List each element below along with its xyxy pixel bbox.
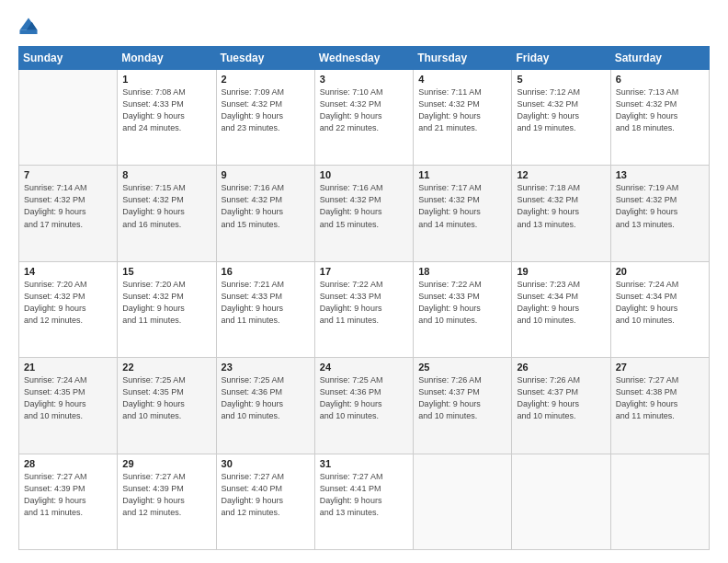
day-info: Sunrise: 7:09 AM Sunset: 4:32 PM Dayligh…: [222, 86, 310, 134]
day-info: Sunrise: 7:13 AM Sunset: 4:32 PM Dayligh…: [616, 86, 704, 134]
day-info: Sunrise: 7:25 AM Sunset: 4:36 PM Dayligh…: [320, 374, 408, 422]
day-number: 19: [517, 266, 605, 277]
calendar-cell: 12Sunrise: 7:18 AM Sunset: 4:32 PM Dayli…: [512, 166, 610, 261]
calendar-cell: 15Sunrise: 7:20 AM Sunset: 4:32 PM Dayli…: [118, 261, 216, 357]
logo: [18, 17, 42, 37]
day-number: 10: [320, 169, 408, 180]
day-number: 17: [320, 266, 408, 277]
calendar-cell: 11Sunrise: 7:17 AM Sunset: 4:32 PM Dayli…: [414, 166, 512, 261]
day-number: 1: [122, 74, 210, 85]
day-number: 25: [418, 362, 506, 373]
calendar-week-row: 14Sunrise: 7:20 AM Sunset: 4:32 PM Dayli…: [19, 261, 710, 357]
day-info: Sunrise: 7:14 AM Sunset: 4:32 PM Dayligh…: [24, 182, 112, 230]
calendar-cell: 18Sunrise: 7:22 AM Sunset: 4:33 PM Dayli…: [414, 261, 512, 357]
day-info: Sunrise: 7:27 AM Sunset: 4:39 PM Dayligh…: [122, 471, 210, 519]
day-info: Sunrise: 7:19 AM Sunset: 4:32 PM Dayligh…: [616, 182, 704, 230]
day-number: 7: [24, 169, 112, 180]
calendar-cell: [19, 70, 118, 166]
calendar-cell: 23Sunrise: 7:25 AM Sunset: 4:36 PM Dayli…: [216, 358, 314, 454]
day-info: Sunrise: 7:26 AM Sunset: 4:37 PM Dayligh…: [517, 374, 605, 422]
day-info: Sunrise: 7:27 AM Sunset: 4:41 PM Dayligh…: [320, 471, 408, 519]
calendar-table: SundayMondayTuesdayWednesdayThursdayFrid…: [18, 46, 710, 550]
day-info: Sunrise: 7:20 AM Sunset: 4:32 PM Dayligh…: [122, 279, 210, 327]
day-number: 21: [24, 362, 112, 373]
calendar-cell: 8Sunrise: 7:15 AM Sunset: 4:32 PM Daylig…: [118, 166, 216, 261]
calendar-cell: 26Sunrise: 7:26 AM Sunset: 4:37 PM Dayli…: [512, 358, 610, 454]
calendar-cell: 20Sunrise: 7:24 AM Sunset: 4:34 PM Dayli…: [610, 261, 709, 357]
weekday-header-friday: Friday: [512, 47, 610, 70]
day-number: 11: [418, 169, 506, 180]
day-info: Sunrise: 7:24 AM Sunset: 4:34 PM Dayligh…: [616, 279, 704, 327]
calendar-cell: 2Sunrise: 7:09 AM Sunset: 4:32 PM Daylig…: [216, 70, 314, 166]
day-info: Sunrise: 7:16 AM Sunset: 4:32 PM Dayligh…: [222, 182, 310, 230]
calendar-cell: 30Sunrise: 7:27 AM Sunset: 4:40 PM Dayli…: [216, 454, 314, 549]
day-info: Sunrise: 7:11 AM Sunset: 4:32 PM Dayligh…: [418, 86, 506, 134]
day-number: 22: [122, 362, 210, 373]
calendar-cell: 28Sunrise: 7:27 AM Sunset: 4:39 PM Dayli…: [19, 454, 118, 549]
day-info: Sunrise: 7:12 AM Sunset: 4:32 PM Dayligh…: [517, 86, 605, 134]
calendar-week-row: 1Sunrise: 7:08 AM Sunset: 4:33 PM Daylig…: [19, 70, 710, 166]
calendar-cell: [512, 454, 610, 549]
day-info: Sunrise: 7:08 AM Sunset: 4:33 PM Dayligh…: [122, 86, 210, 134]
calendar-cell: 3Sunrise: 7:10 AM Sunset: 4:32 PM Daylig…: [314, 70, 413, 166]
weekday-header-tuesday: Tuesday: [216, 47, 314, 70]
calendar-cell: 6Sunrise: 7:13 AM Sunset: 4:32 PM Daylig…: [610, 70, 709, 166]
weekday-header-wednesday: Wednesday: [314, 47, 413, 70]
logo-icon: [18, 17, 39, 37]
day-info: Sunrise: 7:22 AM Sunset: 4:33 PM Dayligh…: [418, 279, 506, 327]
day-number: 28: [24, 458, 112, 469]
day-number: 26: [517, 362, 605, 373]
day-number: 23: [222, 362, 310, 373]
day-info: Sunrise: 7:27 AM Sunset: 4:39 PM Dayligh…: [24, 471, 112, 519]
day-info: Sunrise: 7:26 AM Sunset: 4:37 PM Dayligh…: [418, 374, 506, 422]
day-number: 29: [122, 458, 210, 469]
day-number: 3: [320, 74, 408, 85]
day-info: Sunrise: 7:24 AM Sunset: 4:35 PM Dayligh…: [24, 374, 112, 422]
calendar-cell: 1Sunrise: 7:08 AM Sunset: 4:33 PM Daylig…: [118, 70, 216, 166]
day-number: 2: [222, 74, 310, 85]
day-number: 4: [418, 74, 506, 85]
day-info: Sunrise: 7:25 AM Sunset: 4:35 PM Dayligh…: [122, 374, 210, 422]
day-number: 8: [122, 169, 210, 180]
calendar-cell: 16Sunrise: 7:21 AM Sunset: 4:33 PM Dayli…: [216, 261, 314, 357]
calendar-cell: 27Sunrise: 7:27 AM Sunset: 4:38 PM Dayli…: [610, 358, 709, 454]
day-info: Sunrise: 7:20 AM Sunset: 4:32 PM Dayligh…: [24, 279, 112, 327]
calendar-cell: 29Sunrise: 7:27 AM Sunset: 4:39 PM Dayli…: [118, 454, 216, 549]
day-number: 31: [320, 458, 408, 469]
svg-rect-2: [19, 30, 37, 34]
calendar-cell: 7Sunrise: 7:14 AM Sunset: 4:32 PM Daylig…: [19, 166, 118, 261]
day-info: Sunrise: 7:25 AM Sunset: 4:36 PM Dayligh…: [222, 374, 310, 422]
calendar-week-row: 7Sunrise: 7:14 AM Sunset: 4:32 PM Daylig…: [19, 166, 710, 261]
weekday-header-row: SundayMondayTuesdayWednesdayThursdayFrid…: [19, 47, 710, 70]
day-number: 18: [418, 266, 506, 277]
weekday-header-saturday: Saturday: [610, 47, 709, 70]
calendar-week-row: 28Sunrise: 7:27 AM Sunset: 4:39 PM Dayli…: [19, 454, 710, 549]
day-info: Sunrise: 7:22 AM Sunset: 4:33 PM Dayligh…: [320, 279, 408, 327]
day-info: Sunrise: 7:15 AM Sunset: 4:32 PM Dayligh…: [122, 182, 210, 230]
day-info: Sunrise: 7:10 AM Sunset: 4:32 PM Dayligh…: [320, 86, 408, 134]
day-number: 13: [616, 169, 704, 180]
weekday-header-thursday: Thursday: [414, 47, 512, 70]
weekday-header-sunday: Sunday: [19, 47, 118, 70]
day-number: 16: [222, 266, 310, 277]
calendar-cell: 13Sunrise: 7:19 AM Sunset: 4:32 PM Dayli…: [610, 166, 709, 261]
page: SundayMondayTuesdayWednesdayThursdayFrid…: [0, 0, 728, 563]
day-info: Sunrise: 7:27 AM Sunset: 4:38 PM Dayligh…: [616, 374, 704, 422]
day-number: 20: [616, 266, 704, 277]
day-number: 15: [122, 266, 210, 277]
day-number: 14: [24, 266, 112, 277]
calendar-cell: 9Sunrise: 7:16 AM Sunset: 4:32 PM Daylig…: [216, 166, 314, 261]
calendar-cell: 25Sunrise: 7:26 AM Sunset: 4:37 PM Dayli…: [414, 358, 512, 454]
calendar-cell: 19Sunrise: 7:23 AM Sunset: 4:34 PM Dayli…: [512, 261, 610, 357]
day-number: 5: [517, 74, 605, 85]
calendar-cell: 14Sunrise: 7:20 AM Sunset: 4:32 PM Dayli…: [19, 261, 118, 357]
day-info: Sunrise: 7:17 AM Sunset: 4:32 PM Dayligh…: [418, 182, 506, 230]
calendar-cell: 4Sunrise: 7:11 AM Sunset: 4:32 PM Daylig…: [414, 70, 512, 166]
calendar-cell: 24Sunrise: 7:25 AM Sunset: 4:36 PM Dayli…: [314, 358, 413, 454]
header: [18, 17, 710, 37]
day-info: Sunrise: 7:23 AM Sunset: 4:34 PM Dayligh…: [517, 279, 605, 327]
calendar-cell: 17Sunrise: 7:22 AM Sunset: 4:33 PM Dayli…: [314, 261, 413, 357]
day-number: 12: [517, 169, 605, 180]
day-number: 9: [222, 169, 310, 180]
calendar-cell: 10Sunrise: 7:16 AM Sunset: 4:32 PM Dayli…: [314, 166, 413, 261]
